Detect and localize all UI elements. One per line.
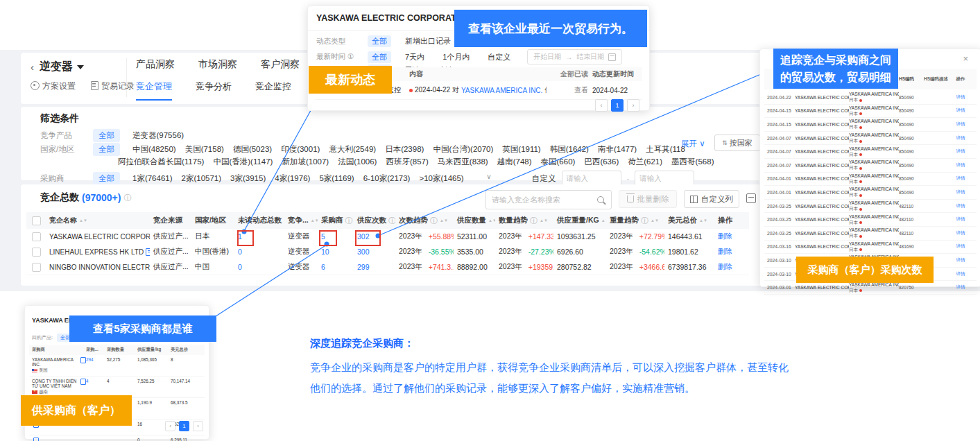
buyer-name-cell[interactable]: CÔNG TY TNHH ĐIỆN TỬ UMC VIỆT NAM 越南 [29,379,86,395]
buyer-count-option[interactable]: 2家(10571) [182,173,222,184]
detail-link[interactable]: 详情 [950,216,971,223]
detail-link[interactable]: 详情 [950,230,971,236]
delete-row-link[interactable]: 删除 [718,247,732,257]
buyer-cell[interactable]: YASKAWA AMERICA INC. 日本 [849,173,899,185]
buyer-cell[interactable]: YASKAWA AMERICA INC. 日本 [849,132,899,144]
sort-icon[interactable]: ▲▼ [601,219,606,222]
purchase-count-link[interactable]: 4 [86,379,107,383]
col-buyers[interactable]: 采购商ⓘ▲▼ [318,216,354,226]
detail-link[interactable]: 详情 [950,135,971,141]
supplier-cell[interactable]: YASKAWA ELECTRIC CORP... [795,203,849,209]
delete-row-link[interactable]: 删除 [718,232,732,241]
country-option[interactable]: 荷兰(621) [628,157,662,167]
col-weight-trend[interactable]: 重量趋势ⓘ▲▼ [606,216,664,226]
buyer-count-option[interactable]: 6-10家(2173) [363,173,411,184]
unread-count-link[interactable]: 0 [238,248,242,256]
tab-customer-insight[interactable]: 客户洞察 [261,58,300,78]
buyer-cell[interactable]: YASKAWA AMERICA INC. 日本 [849,159,899,171]
sort-icon[interactable]: ▲▼ [79,219,87,222]
prev-page-button[interactable]: ‹ [165,421,175,431]
unread-count-link[interactable]: 0 [238,263,242,271]
detail-link[interactable]: 详情 [950,121,971,128]
company-link[interactable]: YASKAWA AMERICA INC. [461,87,542,94]
supplier-cell[interactable]: YASKAWA ELECTRIC CORP... [795,216,849,223]
country-option[interactable]: 日本(2398) [385,144,424,155]
page-1-button[interactable]: 1 [611,99,624,112]
detail-link[interactable]: 详情 [950,243,971,250]
country-option[interactable]: 巴西(636) [584,157,619,167]
supply-count-link[interactable]: 299 [357,263,370,271]
type-chip-all[interactable]: 全部 [368,35,391,47]
col-supply-count[interactable]: 供应次数ⓘ▲▼ [354,216,395,226]
product-option[interactable]: 逆变器(97556) [132,130,184,141]
buyer-cell[interactable]: YASKAWA AMERICA INC. 日本 [849,214,899,226]
country-option[interactable]: 阿拉伯联合酋长国(1175) [118,157,204,167]
subtab-competition-analysis[interactable]: 竞争分析 [196,80,232,101]
country-all-chip[interactable]: 全部 [93,143,120,156]
search-icon[interactable] [597,196,604,203]
supplier-cell[interactable]: YASKAWA ELECTRIC CORP... [795,230,849,236]
country-option[interactable]: 土耳其(118 [646,144,685,155]
country-option[interactable]: 泰国(660) [541,157,576,167]
time-chip-1m[interactable]: 1个月内 [438,51,474,63]
country-option[interactable]: 南非(1477) [598,144,637,155]
supplier-cell[interactable]: YASKAWA ELECTRIC CORP... [795,94,849,101]
chevron-down-icon[interactable] [77,65,84,69]
tab-product-insight[interactable]: 产品洞察 [136,58,175,78]
buyer-cell[interactable]: YASKAWA AMERICA INC. 日本 [849,227,899,239]
buyer-cell[interactable]: YASKAWA AMERICA INC. 日本 [849,186,899,198]
compare-icon[interactable] [33,438,39,441]
supplier-cell[interactable]: YASKAWA ELECTRIC CORP... [795,162,849,168]
plan-settings-button[interactable]: 方案设置 [31,80,76,92]
compare-icon[interactable] [80,379,86,385]
country-option[interactable]: 中国(香港)(1147) [213,157,273,167]
sort-icon[interactable]: ▲▼ [651,219,659,222]
buyer-cell[interactable]: YASKAWA AMERICA INC. 日本 [849,200,899,212]
country-option[interactable]: 法国(1006) [338,157,377,167]
buyer-cell[interactable]: YASKAWA AMERICA INC. 日本 [849,118,899,130]
buyer-count-option[interactable]: >10家(1465) [419,173,463,184]
detail-link[interactable]: 详情 [950,148,971,155]
detail-link[interactable]: 详情 [950,107,971,114]
search-input[interactable] [486,196,597,204]
product-all-chip[interactable]: 全部 [93,129,120,142]
supplier-cell[interactable]: YASKAWA ELECTRIC CORP... [795,175,849,182]
country-option[interactable]: 越南(748) [497,157,532,167]
custom-label[interactable]: 自定义 [532,173,556,184]
tab-market-insight[interactable]: 市场洞察 [198,58,237,78]
country-option[interactable]: 新加坡(1007) [282,157,329,167]
country-option[interactable]: 意大利(2549) [329,144,376,155]
country-option[interactable]: 德国(5023) [233,144,272,155]
supplier-cell[interactable]: YASKAWA ELECTRIC CORP... [795,284,849,291]
date-range-input[interactable]: 开始日期 → 结束日期 [527,49,622,64]
buyer-count-option[interactable]: 3家(3915) [230,173,266,184]
select-all-checkbox[interactable] [32,216,41,225]
fullscreen-icon[interactable] [746,193,756,203]
supplier-cell[interactable]: YASKAWA ELECTRIC CORP... [795,189,849,196]
detail-link[interactable]: 详情 [950,271,971,277]
buyer-max-input[interactable] [635,171,694,186]
buyer-cell[interactable]: YASKAWA AMERICA INC. 日本 [849,146,899,158]
detail-link[interactable]: 详情 [950,257,971,263]
buyers-all-chip[interactable]: 全部 [93,172,120,185]
col-name[interactable]: 竞企名称▲▼ [46,216,150,225]
sort-icon[interactable]: ▲▼ [440,219,448,222]
custom-columns-button[interactable]: 自定义列 [684,190,739,208]
compare-icon[interactable] [146,248,150,256]
next-page-button[interactable]: › [193,421,203,431]
subtab-competitor-manage[interactable]: 竞企管理 [136,80,172,101]
supplier-cell[interactable]: YASKAWA ELECTRIC CORP... [795,121,849,128]
buyer-cell[interactable]: YASKAWA AMERICA INC. 日本 [849,241,899,253]
close-icon[interactable]: × [963,53,968,64]
delete-row-link[interactable]: 删除 [718,262,732,272]
detail-link[interactable]: 详情 [950,94,971,101]
col-weight[interactable]: 供应重量/KG▲▼ [553,216,606,225]
detail-link[interactable]: 详情 [950,175,971,182]
sort-icon[interactable]: ▲▼ [540,219,548,222]
collapse-filter-chevron[interactable]: ∨ [468,173,510,182]
buyers-count-link[interactable]: 10 [321,248,329,256]
country-option[interactable]: 西班牙(857) [386,157,428,167]
col-count-trend[interactable]: 次数趋势ⓘ▲▼ [395,216,454,226]
expand-link[interactable]: 展开 ∨ [681,139,705,149]
buyer-min-input[interactable] [562,171,621,186]
